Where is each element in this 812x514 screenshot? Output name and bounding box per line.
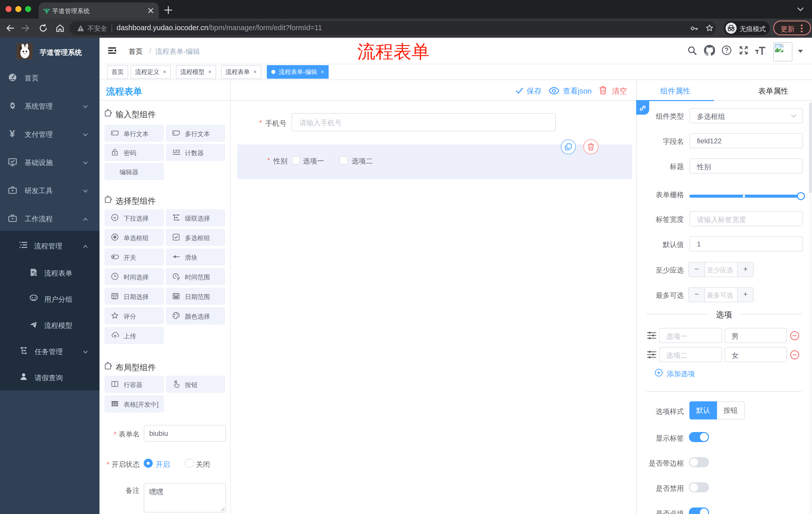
svg-text:123: 123 (172, 149, 180, 154)
